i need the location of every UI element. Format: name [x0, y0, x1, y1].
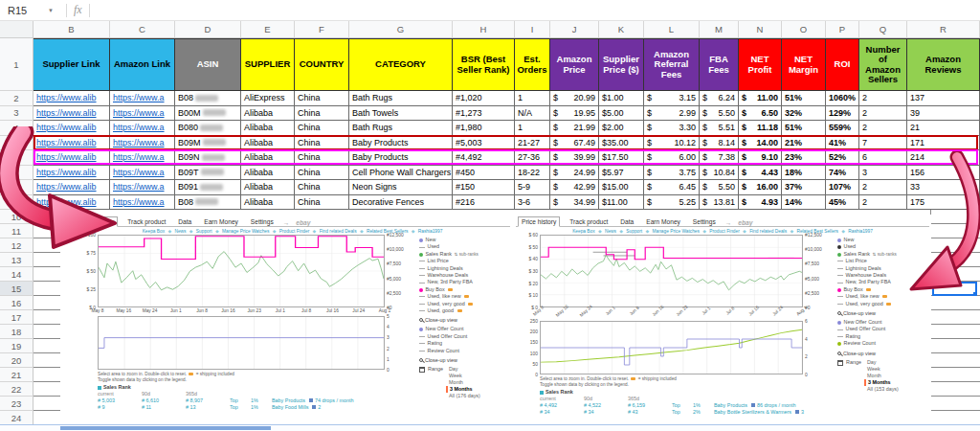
menu-link[interactable]: News [174, 229, 186, 234]
cell-P7[interactable]: 74% [826, 166, 859, 181]
closeup-view[interactable]: Close-up view [837, 310, 929, 316]
cell-C6[interactable]: https://www.a [110, 150, 175, 166]
column-header-H[interactable]: H [453, 21, 515, 37]
cell-K7[interactable]: $5.97 [599, 166, 644, 181]
tab-settings[interactable]: Settings [690, 217, 719, 226]
header-cell-amazon_link[interactable]: Amazon Link [110, 38, 175, 91]
cell-I6[interactable]: 27-36 [515, 150, 550, 166]
cell-L7[interactable]: $3.75 [644, 166, 700, 181]
range-option-day[interactable]: Day [864, 359, 899, 366]
column-header-O[interactable]: O [782, 21, 826, 37]
cell-G9[interactable]: Decorative Fences [349, 195, 453, 211]
cell-J8[interactable]: $42.99 [550, 180, 599, 195]
row-header-12[interactable]: 12 [0, 238, 33, 253]
cell-K9[interactable]: $11.00 [599, 195, 644, 211]
cell-O7[interactable]: 18% [782, 166, 826, 181]
cell-E3[interactable]: Alibaba [241, 106, 295, 122]
cell-I3[interactable]: N/A [515, 106, 550, 122]
cell-Q5[interactable]: 7 [859, 136, 907, 151]
amazon_link[interactable]: https://www.a [113, 182, 165, 192]
range-option-all-176-days-[interactable]: All (176 days) [446, 393, 480, 399]
column-header-I[interactable]: I [515, 21, 550, 37]
amazon_link[interactable]: https://www.a [113, 93, 165, 102]
menu-link[interactable]: Product Finder [279, 229, 309, 234]
cell-L9[interactable]: $5.25 [644, 195, 700, 211]
header-cell-country[interactable]: COUNTRY [295, 38, 349, 91]
column-header-E[interactable]: E [241, 21, 295, 37]
row-header-23[interactable]: 23 [0, 397, 33, 411]
row-header-22[interactable]: 22 [0, 382, 33, 397]
cell-Q7[interactable]: 3 [859, 166, 907, 181]
cell-H7[interactable]: #450 [453, 166, 515, 181]
cell-R4[interactable]: 21 [907, 121, 980, 136]
menu-link[interactable]: Support [196, 229, 212, 234]
menu-link[interactable]: Keepa Box [143, 229, 165, 234]
cell-D8[interactable]: B091 [175, 180, 241, 195]
menu-link[interactable]: Manage Price Watches [222, 229, 269, 234]
cell-N7[interactable]: $4.43 [739, 166, 782, 181]
header-cell-supplier[interactable]: SUPPLIER [241, 38, 295, 91]
legend-item-used-like-new[interactable]: Used, like new [837, 293, 929, 300]
supplier_link[interactable]: https://www.alib [36, 93, 97, 102]
tab-settings[interactable]: Settings [248, 217, 277, 226]
cell-L3[interactable]: $2.99 [644, 106, 700, 122]
legend-item-lightning-deals[interactable]: Lightning Deals [419, 265, 511, 272]
cell-I2[interactable]: 1 [515, 91, 550, 106]
cell-J6[interactable]: $39.99 [550, 150, 599, 166]
supplier_link[interactable]: https://www.alib [36, 108, 97, 118]
cell-D5[interactable]: B09M [175, 136, 241, 151]
legend-item-used-very-good[interactable]: Used, very good [837, 301, 929, 307]
cell-D2[interactable]: B08 [175, 91, 241, 106]
menu-link[interactable]: News [605, 229, 616, 234]
cell-H5[interactable]: #5,003 [453, 136, 515, 151]
selected-cell-R15[interactable] [932, 282, 977, 296]
cell-C2[interactable]: https://www.a [110, 91, 175, 106]
amazon_link[interactable]: https://www.a [113, 168, 165, 177]
cell-I9[interactable]: 3-6 [515, 195, 550, 211]
cell-F7[interactable]: China [295, 166, 349, 181]
legend-item-rating[interactable]: Rating [837, 333, 929, 340]
row-header-24[interactable]: 24 [0, 411, 33, 425]
range-option-month[interactable]: Month [864, 373, 899, 379]
cell-O6[interactable]: 23% [782, 150, 826, 166]
cell-H9[interactable]: #216 [453, 195, 515, 211]
legend-item-used-good[interactable]: Used, good [419, 307, 511, 314]
menu-link[interactable]: Keepa Box [572, 229, 594, 234]
row-header-15[interactable]: 15 [0, 282, 33, 296]
select-all-corner[interactable] [0, 21, 33, 37]
cell-N8[interactable]: $16.00 [739, 180, 782, 195]
column-header-P[interactable]: P [826, 21, 859, 37]
cell-E2[interactable]: AliExpress [241, 91, 295, 106]
cell-M5[interactable]: $8.14 [700, 136, 739, 151]
header-cell-referral_fees[interactable]: Amazon Referral Fees [644, 38, 700, 91]
header-cell-roi[interactable]: ROI [826, 38, 859, 91]
cell-O4[interactable]: 51% [782, 121, 826, 136]
cell-R3[interactable]: 39 [907, 106, 980, 122]
cell-C7[interactable]: https://www.a [110, 166, 175, 181]
main-plot[interactable] [540, 235, 803, 307]
cell-L5[interactable]: $10.12 [644, 136, 700, 151]
header-cell-est_orders[interactable]: Est. Orders [515, 38, 550, 91]
row-header-14[interactable]: 14 [0, 267, 33, 282]
cell-K3[interactable]: $5.00 [599, 106, 644, 122]
cell-Q4[interactable]: 2 [859, 121, 907, 136]
cell-Q2[interactable]: 2 [859, 91, 907, 106]
menu-link[interactable]: Manage Price Watches [653, 229, 700, 234]
header-cell-category[interactable]: CATEGORY [349, 38, 453, 91]
cell-J9[interactable]: $34.99 [550, 195, 599, 211]
cell-K8[interactable]: $15.00 [599, 180, 644, 195]
row-header-10[interactable]: 10 [0, 210, 33, 224]
legend-item-used[interactable]: Used [419, 243, 511, 250]
cell-Q3[interactable]: 2 [859, 106, 907, 122]
cell-L6[interactable]: $6.00 [644, 150, 700, 166]
cell-C9[interactable]: https://www.a [110, 195, 175, 211]
range-option-all-153-days-[interactable]: All (153 days) [864, 386, 899, 393]
cell-G3[interactable]: Bath Towels [349, 106, 453, 122]
header-cell-bsr[interactable]: BSR (Best Seller Rank) [453, 38, 515, 91]
cell-H2[interactable]: #1,020 [453, 91, 515, 106]
row-header-6[interactable]: 6 [0, 150, 33, 166]
column-header-B[interactable]: B [33, 21, 110, 37]
cell-M8[interactable]: $5.50 [700, 180, 739, 195]
header-cell-reviews[interactable]: Amazon Reviews [907, 38, 980, 91]
cell-L8[interactable]: $6.45 [644, 180, 700, 195]
